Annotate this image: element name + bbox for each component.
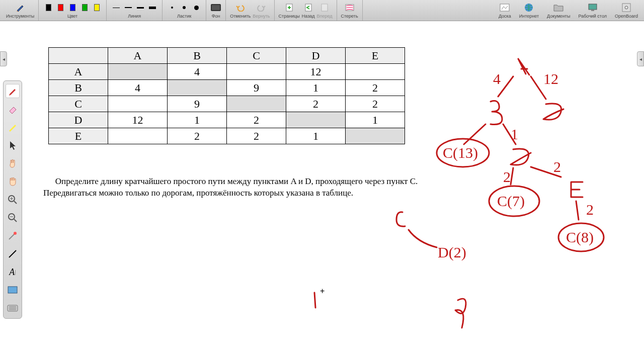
redo-label: Вернуть [253,14,270,19]
table-cell [346,64,405,80]
desktop-label: Рабочий стол [578,14,607,19]
svg-rect-4 [321,4,328,11]
svg-rect-1 [212,5,220,10]
line-xthick[interactable] [147,2,158,13]
table-cell: 1 [286,80,346,96]
table-cell: 4 [168,64,227,80]
mode-openboard: OpenBoard [611,0,642,21]
table-row-header: C [49,96,108,112]
table-cell: 2 [346,80,405,96]
table-row-header: A [49,64,108,80]
pointer-tool[interactable] [6,138,20,152]
mode-board: Доска [495,0,515,21]
pages-label: Страницы [279,14,300,19]
color-swatch-0[interactable] [43,2,54,13]
line-thick[interactable] [135,2,146,13]
undo-redo-group: Отменить Вернуть [226,0,274,21]
monitor-icon[interactable] [587,2,598,13]
table-cell: 2 [227,112,286,128]
svg-point-22 [558,223,604,251]
svg-text:12: 12 [543,70,558,87]
highlighter-tool[interactable] [6,120,20,134]
table-cell: 9 [227,80,286,96]
line-thin[interactable] [111,2,122,13]
table-cell: 2 [168,128,227,144]
svg-text:C(7): C(7) [497,193,525,210]
hand-select-tool[interactable] [6,156,20,170]
mode-internet: Интернет [515,0,543,21]
eraser-size-1[interactable] [179,2,190,13]
table-cell: 9 [168,96,227,112]
table-cell: 1 [286,128,346,144]
erase-label: Стереть [341,14,358,19]
color-swatch-4[interactable] [91,2,102,13]
line-tool[interactable] [6,247,20,261]
openboard-icon[interactable] [621,2,632,13]
color-swatch-1[interactable] [55,2,66,13]
table-cell: 12 [286,64,346,80]
color-swatch-2[interactable] [67,2,78,13]
eraser-group: Ластик [163,0,206,21]
internet-label: Интернет [519,14,539,19]
table-cell: 4 [108,80,168,96]
table-cell: 1 [346,112,405,128]
line-med[interactable] [123,2,134,13]
undo-label: Отменить [230,14,251,19]
distance-table: ABCDEA412B4912C922D12121E221 [48,47,405,144]
table-cell [108,64,168,80]
right-panel-tab[interactable]: ◂ [637,51,644,66]
zoom-out-tool[interactable] [6,211,20,225]
whiteboard-canvas[interactable]: ◂ ◂ ABCDEA412B4912C922D12121E221 Определ… [0,21,644,362]
erase-group: Стереть [337,0,363,21]
table-cell: 12 [108,112,168,128]
table-header: D [286,48,346,64]
table-cell [346,128,405,144]
undo-button[interactable] [235,2,246,13]
table-header: C [227,48,286,64]
eraser-tool[interactable] [6,102,20,116]
eraser-label: Ластик [177,14,192,19]
table-cell [108,128,168,144]
table-row-header: D [49,112,108,128]
svg-text:C(8): C(8) [566,229,594,246]
background-icon[interactable] [210,2,221,13]
prev-page-icon[interactable] [303,2,314,13]
svg-text:4: 4 [493,70,501,87]
laser-tool[interactable] [6,229,20,243]
folder-icon[interactable] [553,2,564,13]
next-page-icon[interactable] [319,2,330,13]
table-cell [227,64,286,80]
table-header [49,48,108,64]
color-swatch-3[interactable] [79,2,90,13]
table-cell [286,112,346,128]
svg-text:2: 2 [586,201,594,218]
zoom-in-tool[interactable] [6,193,20,207]
left-panel-tab[interactable]: ◂ [0,51,7,66]
documents-label: Документы [547,14,570,19]
keyboard-tool[interactable] [6,301,20,315]
table-cell [227,96,286,112]
text-tool[interactable]: A| [6,265,20,279]
tool-palette: A| [3,80,22,319]
color-group: Цвет [39,0,107,21]
pan-tool[interactable] [6,174,20,189]
table-header: A [108,48,168,64]
svg-rect-8 [589,4,597,10]
add-page-icon[interactable] [284,2,295,13]
svg-text:1: 1 [511,126,518,142]
svg-text:2: 2 [503,168,511,185]
board-icon[interactable] [499,2,510,13]
eraser-size-0[interactable] [167,2,178,13]
erase-all-icon[interactable] [344,2,355,13]
color-label: Цвет [67,14,77,19]
capture-tool[interactable] [6,283,20,297]
svg-text:D(2): D(2) [438,244,466,261]
bg-label: Фон [212,14,220,19]
pen-style-icon[interactable] [15,2,26,13]
table-cell [108,96,168,112]
pen-tool[interactable] [6,84,20,98]
eraser-size-2[interactable] [191,2,202,13]
line-group: Линия [107,0,163,21]
redo-button[interactable] [256,2,267,13]
globe-icon[interactable] [523,2,534,13]
